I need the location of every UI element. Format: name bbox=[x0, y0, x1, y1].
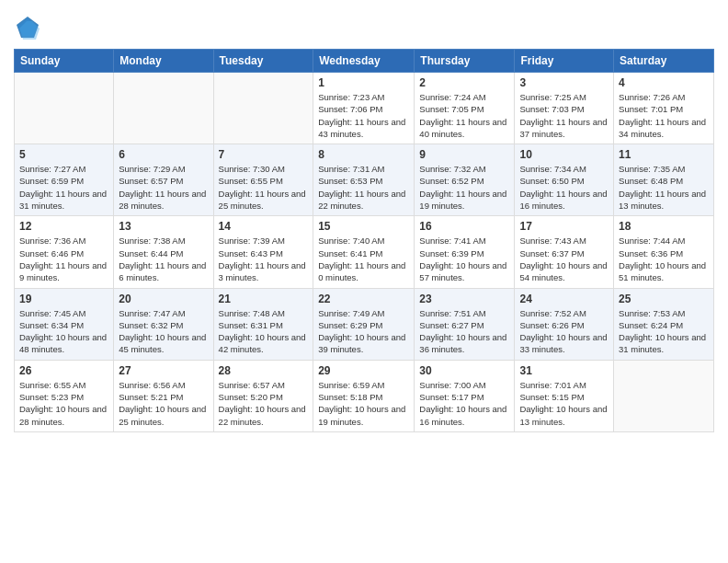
day-info: Sunrise: 7:41 AMSunset: 6:39 PMDaylight:… bbox=[419, 235, 509, 283]
calendar-cell: 23Sunrise: 7:51 AMSunset: 6:27 PMDayligh… bbox=[415, 288, 515, 360]
day-info: Sunrise: 7:35 AMSunset: 6:48 PMDaylight:… bbox=[619, 163, 709, 212]
day-info: Sunrise: 7:00 AMSunset: 5:17 PMDaylight:… bbox=[419, 379, 509, 428]
calendar-week-5: 26Sunrise: 6:55 AMSunset: 5:23 PMDayligh… bbox=[15, 360, 714, 431]
weekday-header-row: SundayMondayTuesdayWednesdayThursdayFrid… bbox=[15, 50, 714, 73]
day-number: 18 bbox=[619, 220, 709, 233]
day-info: Sunrise: 7:26 AMSunset: 7:01 PMDaylight:… bbox=[619, 91, 709, 140]
day-info: Sunrise: 7:23 AMSunset: 7:06 PMDaylight:… bbox=[318, 91, 409, 140]
day-info: Sunrise: 7:44 AMSunset: 6:36 PMDaylight:… bbox=[619, 235, 709, 283]
weekday-header-sunday: Sunday bbox=[15, 50, 114, 73]
calendar-week-1: 1Sunrise: 7:23 AMSunset: 7:06 PMDaylight… bbox=[15, 73, 714, 144]
calendar-cell: 15Sunrise: 7:40 AMSunset: 6:41 PMDayligh… bbox=[313, 216, 415, 288]
calendar-cell: 22Sunrise: 7:49 AMSunset: 6:29 PMDayligh… bbox=[313, 288, 415, 360]
calendar-cell: 31Sunrise: 7:01 AMSunset: 5:15 PMDayligh… bbox=[515, 360, 614, 431]
day-number: 4 bbox=[619, 76, 709, 89]
day-info: Sunrise: 7:38 AMSunset: 6:44 PMDaylight:… bbox=[119, 235, 208, 283]
day-info: Sunrise: 7:49 AMSunset: 6:29 PMDaylight:… bbox=[318, 307, 409, 356]
calendar-cell: 8Sunrise: 7:31 AMSunset: 6:53 PMDaylight… bbox=[313, 144, 415, 216]
weekday-header-wednesday: Wednesday bbox=[313, 50, 415, 73]
calendar-cell: 9Sunrise: 7:32 AMSunset: 6:52 PMDaylight… bbox=[415, 144, 515, 216]
calendar-week-4: 19Sunrise: 7:45 AMSunset: 6:34 PMDayligh… bbox=[15, 288, 714, 360]
day-info: Sunrise: 7:43 AMSunset: 6:37 PMDaylight:… bbox=[519, 235, 609, 283]
day-number: 9 bbox=[419, 148, 509, 161]
calendar-cell: 17Sunrise: 7:43 AMSunset: 6:37 PMDayligh… bbox=[515, 216, 614, 288]
calendar-cell: 13Sunrise: 7:38 AMSunset: 6:44 PMDayligh… bbox=[114, 216, 213, 288]
day-number: 1 bbox=[318, 76, 409, 89]
day-number: 3 bbox=[519, 76, 609, 89]
calendar-cell: 16Sunrise: 7:41 AMSunset: 6:39 PMDayligh… bbox=[415, 216, 515, 288]
calendar-cell: 7Sunrise: 7:30 AMSunset: 6:55 PMDaylight… bbox=[213, 144, 313, 216]
calendar-cell: 26Sunrise: 6:55 AMSunset: 5:23 PMDayligh… bbox=[15, 360, 114, 431]
day-info: Sunrise: 7:36 AMSunset: 6:46 PMDaylight:… bbox=[19, 235, 108, 283]
day-number: 5 bbox=[19, 148, 108, 161]
calendar-cell: 10Sunrise: 7:34 AMSunset: 6:50 PMDayligh… bbox=[515, 144, 614, 216]
calendar-cell: 2Sunrise: 7:24 AMSunset: 7:05 PMDaylight… bbox=[415, 73, 515, 144]
day-info: Sunrise: 7:29 AMSunset: 6:57 PMDaylight:… bbox=[119, 163, 208, 212]
day-info: Sunrise: 7:27 AMSunset: 6:59 PMDaylight:… bbox=[19, 163, 108, 212]
day-info: Sunrise: 6:55 AMSunset: 5:23 PMDaylight:… bbox=[19, 379, 108, 428]
day-number: 15 bbox=[318, 220, 409, 233]
day-number: 30 bbox=[419, 364, 509, 377]
logo bbox=[14, 14, 45, 41]
calendar-cell: 12Sunrise: 7:36 AMSunset: 6:46 PMDayligh… bbox=[15, 216, 114, 288]
page: SundayMondayTuesdayWednesdayThursdayFrid… bbox=[0, 0, 728, 563]
day-number: 31 bbox=[519, 364, 609, 377]
calendar-cell: 4Sunrise: 7:26 AMSunset: 7:01 PMDaylight… bbox=[614, 73, 714, 144]
day-number: 16 bbox=[419, 220, 509, 233]
weekday-header-friday: Friday bbox=[515, 50, 614, 73]
day-number: 6 bbox=[119, 148, 208, 161]
calendar-cell bbox=[114, 73, 213, 144]
day-number: 24 bbox=[519, 293, 609, 305]
day-number: 27 bbox=[119, 364, 208, 377]
day-number: 10 bbox=[519, 148, 609, 161]
calendar-cell: 11Sunrise: 7:35 AMSunset: 6:48 PMDayligh… bbox=[614, 144, 714, 216]
calendar-cell: 20Sunrise: 7:47 AMSunset: 6:32 PMDayligh… bbox=[114, 288, 213, 360]
calendar-week-3: 12Sunrise: 7:36 AMSunset: 6:46 PMDayligh… bbox=[15, 216, 714, 288]
calendar-cell: 25Sunrise: 7:53 AMSunset: 6:24 PMDayligh… bbox=[614, 288, 714, 360]
weekday-header-monday: Monday bbox=[114, 50, 213, 73]
day-number: 12 bbox=[19, 220, 108, 233]
day-info: Sunrise: 7:32 AMSunset: 6:52 PMDaylight:… bbox=[419, 163, 509, 212]
day-info: Sunrise: 7:24 AMSunset: 7:05 PMDaylight:… bbox=[419, 91, 509, 140]
day-info: Sunrise: 7:52 AMSunset: 6:26 PMDaylight:… bbox=[519, 307, 609, 356]
day-info: Sunrise: 7:30 AMSunset: 6:55 PMDaylight:… bbox=[219, 163, 309, 212]
day-number: 25 bbox=[619, 293, 709, 305]
day-number: 8 bbox=[318, 148, 409, 161]
weekday-header-thursday: Thursday bbox=[415, 50, 515, 73]
day-number: 2 bbox=[419, 76, 509, 89]
header bbox=[14, 9, 714, 41]
calendar-cell: 6Sunrise: 7:29 AMSunset: 6:57 PMDaylight… bbox=[114, 144, 213, 216]
day-number: 19 bbox=[19, 293, 108, 305]
day-info: Sunrise: 6:57 AMSunset: 5:20 PMDaylight:… bbox=[219, 379, 309, 428]
day-info: Sunrise: 7:39 AMSunset: 6:43 PMDaylight:… bbox=[219, 235, 309, 283]
day-number: 17 bbox=[519, 220, 609, 233]
calendar-cell: 24Sunrise: 7:52 AMSunset: 6:26 PMDayligh… bbox=[515, 288, 614, 360]
weekday-header-saturday: Saturday bbox=[614, 50, 714, 73]
calendar-cell: 5Sunrise: 7:27 AMSunset: 6:59 PMDaylight… bbox=[15, 144, 114, 216]
day-number: 7 bbox=[219, 148, 309, 161]
calendar-cell bbox=[614, 360, 714, 431]
calendar-cell: 30Sunrise: 7:00 AMSunset: 5:17 PMDayligh… bbox=[415, 360, 515, 431]
day-info: Sunrise: 7:25 AMSunset: 7:03 PMDaylight:… bbox=[519, 91, 609, 140]
day-info: Sunrise: 6:56 AMSunset: 5:21 PMDaylight:… bbox=[119, 379, 208, 428]
day-info: Sunrise: 7:53 AMSunset: 6:24 PMDaylight:… bbox=[619, 307, 709, 356]
day-number: 13 bbox=[119, 220, 208, 233]
day-number: 22 bbox=[318, 293, 409, 305]
day-info: Sunrise: 7:01 AMSunset: 5:15 PMDaylight:… bbox=[519, 379, 609, 428]
calendar-cell: 3Sunrise: 7:25 AMSunset: 7:03 PMDaylight… bbox=[515, 73, 614, 144]
logo-icon bbox=[14, 14, 41, 41]
day-number: 11 bbox=[619, 148, 709, 161]
calendar-cell: 28Sunrise: 6:57 AMSunset: 5:20 PMDayligh… bbox=[213, 360, 313, 431]
calendar-table: SundayMondayTuesdayWednesdayThursdayFrid… bbox=[14, 49, 714, 432]
calendar-cell: 21Sunrise: 7:48 AMSunset: 6:31 PMDayligh… bbox=[213, 288, 313, 360]
day-number: 21 bbox=[219, 293, 309, 305]
day-info: Sunrise: 7:40 AMSunset: 6:41 PMDaylight:… bbox=[318, 235, 409, 283]
day-info: Sunrise: 7:51 AMSunset: 6:27 PMDaylight:… bbox=[419, 307, 509, 356]
calendar-cell: 19Sunrise: 7:45 AMSunset: 6:34 PMDayligh… bbox=[15, 288, 114, 360]
day-info: Sunrise: 7:47 AMSunset: 6:32 PMDaylight:… bbox=[119, 307, 208, 356]
day-number: 29 bbox=[318, 364, 409, 377]
day-info: Sunrise: 7:45 AMSunset: 6:34 PMDaylight:… bbox=[19, 307, 108, 356]
weekday-header-tuesday: Tuesday bbox=[213, 50, 313, 73]
calendar-cell: 1Sunrise: 7:23 AMSunset: 7:06 PMDaylight… bbox=[313, 73, 415, 144]
day-number: 14 bbox=[219, 220, 309, 233]
